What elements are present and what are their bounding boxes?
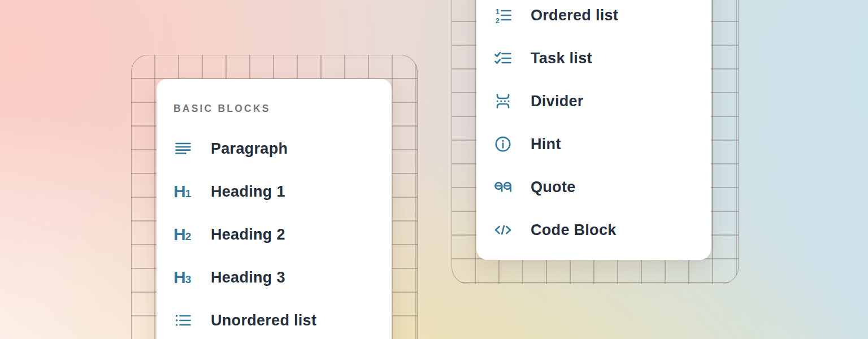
menu-item-label: Code Block [531, 221, 617, 239]
menu-item-heading-3[interactable]: H3 Heading 3 [173, 256, 392, 299]
menu-item-heading-2[interactable]: H2 Heading 2 [173, 213, 392, 256]
heading-2-icon: H2 [173, 225, 193, 244]
menu-item-label: Unordered list [211, 312, 316, 329]
menu-item-heading-1[interactable]: H1 Heading 1 [173, 170, 392, 213]
task-list-icon [493, 49, 513, 68]
unordered-list-icon [173, 311, 193, 330]
menu-item-code-block[interactable]: Code Block [493, 208, 711, 251]
block-menu-illustration: BASIC BLOCKS Paragraph H1 Heading 1 H2 H… [0, 0, 868, 339]
section-header: BASIC BLOCKS [173, 102, 392, 115]
menu-item-ordered-list[interactable]: 1 2 Ordered list [493, 0, 711, 37]
menu-item-label: Quote [531, 179, 576, 196]
heading-3-icon: H3 [173, 268, 193, 287]
menu-item-label: Task list [531, 50, 592, 67]
menu-item-label: Divider [531, 93, 584, 110]
quote-icon [493, 177, 513, 197]
menu-item-unordered-list[interactable]: Unordered list [173, 299, 392, 339]
menu-item-label: Paragraph [211, 140, 288, 158]
svg-text:1: 1 [496, 7, 500, 16]
menu-item-label: Heading 3 [211, 269, 285, 286]
menu-item-label: Hint [531, 136, 561, 153]
blocks-menu-continued: 1 2 Ordered list Task list [476, 0, 711, 260]
ordered-list-icon: 1 2 [493, 6, 513, 25]
svg-text:2: 2 [496, 16, 500, 25]
menu-item-label: Heading 1 [211, 183, 285, 201]
basic-blocks-menu: BASIC BLOCKS Paragraph H1 Heading 1 H2 H… [157, 79, 392, 339]
code-block-icon [493, 220, 513, 240]
menu-item-hint[interactable]: Hint [493, 123, 711, 166]
menu-item-paragraph[interactable]: Paragraph [173, 127, 392, 170]
menu-item-label: Heading 2 [211, 226, 285, 244]
divider-icon [493, 92, 513, 111]
hint-icon [493, 134, 513, 154]
menu-item-label: Ordered list [531, 7, 618, 24]
paragraph-icon [173, 139, 193, 158]
menu-item-quote[interactable]: Quote [493, 166, 711, 208]
heading-1-icon: H1 [173, 182, 193, 201]
menu-item-divider[interactable]: Divider [493, 80, 711, 123]
menu-item-task-list[interactable]: Task list [493, 37, 711, 80]
